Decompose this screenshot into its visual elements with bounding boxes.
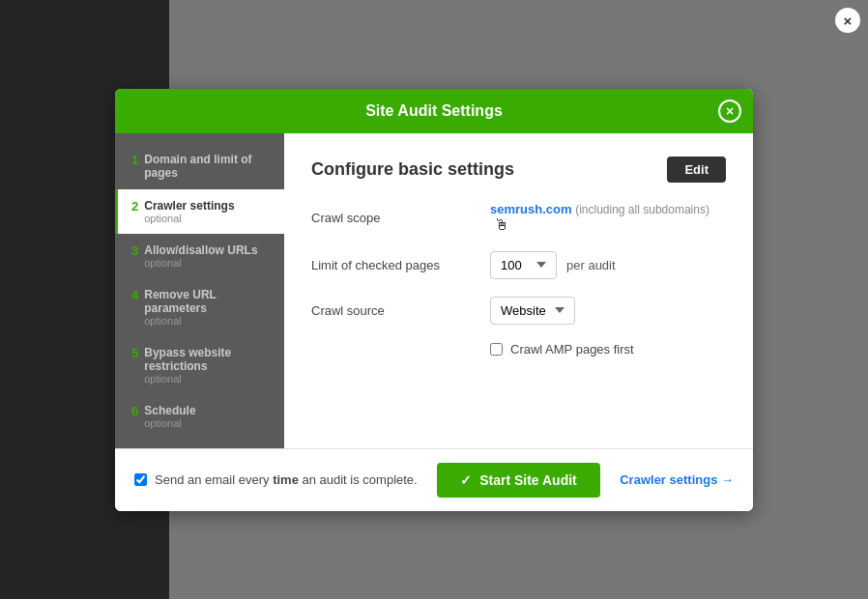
- crawl-scope-note: (including all subdomains): [575, 203, 709, 216]
- nav-sub-4: optional: [144, 315, 271, 327]
- nav-label-5: Bypass website restrictions: [144, 346, 271, 373]
- nav-number-4: 4: [131, 288, 138, 302]
- modal-right-content: Configure basic settings Edit Crawl scop…: [284, 133, 753, 448]
- nav-item-crawler[interactable]: 2 Crawler settings optional: [115, 189, 284, 234]
- nav-number-3: 3: [131, 243, 138, 258]
- crawl-amp-label[interactable]: Crawl AMP pages first: [510, 342, 634, 357]
- footer-email-section: Send an email every time an audit is com…: [134, 472, 418, 487]
- nav-item-bypass[interactable]: 5 Bypass website restrictions optional: [115, 336, 284, 394]
- nav-number-1: 1: [131, 153, 138, 167]
- nav-number-5: 5: [131, 346, 138, 360]
- nav-number-6: 6: [131, 404, 138, 418]
- nav-item-schedule[interactable]: 6 Schedule optional: [115, 394, 284, 439]
- nav-item-domain[interactable]: 1 Domain and limit of pages: [115, 143, 284, 189]
- cursor-indicator: 🖱: [494, 216, 509, 234]
- crawl-scope-label: Crawl scope: [311, 211, 490, 225]
- crawl-amp-checkbox[interactable]: [490, 343, 503, 356]
- nav-label-2: Crawler settings: [144, 199, 234, 213]
- limit-pages-select[interactable]: 100 10 50 500 1000: [490, 251, 557, 279]
- per-audit-text: per audit: [566, 258, 616, 272]
- modal-title: Site Audit Settings: [365, 102, 503, 120]
- modal-overlay: Site Audit Settings × 1 Domain and limit…: [0, 0, 868, 599]
- start-audit-button[interactable]: ✓ Start Site Audit: [437, 463, 600, 498]
- footer-email-label[interactable]: Send an email every time an audit is com…: [155, 472, 418, 487]
- crawl-scope-row: Crawl scope semrush.com (including all s…: [311, 202, 726, 234]
- crawl-source-label: Crawl source: [311, 303, 490, 318]
- edit-button[interactable]: Edit: [667, 157, 726, 183]
- modal-footer: Send an email every time an audit is com…: [115, 448, 753, 511]
- nav-sub-6: optional: [144, 417, 195, 429]
- modal-header: Site Audit Settings ×: [115, 89, 753, 133]
- nav-item-allow[interactable]: 3 Allow/disallow URLs optional: [115, 234, 284, 278]
- nav-number-2: 2: [131, 199, 138, 214]
- modal-container: Site Audit Settings × 1 Domain and limit…: [115, 89, 753, 511]
- start-audit-label: Start Site Audit: [479, 472, 577, 488]
- crawler-settings-link[interactable]: Crawler settings →: [620, 472, 734, 487]
- email-checkbox[interactable]: [134, 473, 147, 486]
- outer-close-button[interactable]: ×: [835, 8, 860, 33]
- nav-label-3: Allow/disallow URLs: [144, 243, 257, 257]
- nav-item-remove-url[interactable]: 4 Remove URL parameters optional: [115, 278, 284, 336]
- section-title-text: Configure basic settings: [311, 159, 514, 180]
- crawl-amp-row: Crawl AMP pages first: [490, 342, 726, 357]
- nav-label-1: Domain and limit of pages: [144, 153, 271, 180]
- crawl-scope-domain: semrush.com: [490, 202, 572, 216]
- modal-body: 1 Domain and limit of pages 2 Crawler se…: [115, 133, 753, 448]
- nav-sub-2: optional: [144, 213, 234, 224]
- crawl-source-select[interactable]: Website Sitemap Text file: [490, 297, 575, 325]
- nav-sub-5: optional: [144, 373, 271, 385]
- nav-sub-3: optional: [144, 257, 257, 269]
- modal-close-button[interactable]: ×: [718, 100, 741, 123]
- nav-label-6: Schedule: [144, 404, 195, 417]
- section-title-row: Configure basic settings Edit: [311, 157, 726, 183]
- limit-pages-label: Limit of checked pages: [311, 258, 490, 272]
- limit-pages-row: Limit of checked pages 100 10 50 500 100…: [311, 251, 726, 279]
- checkmark-icon: ✓: [460, 472, 472, 488]
- modal-nav: 1 Domain and limit of pages 2 Crawler se…: [115, 133, 284, 448]
- nav-label-4: Remove URL parameters: [144, 288, 271, 315]
- crawl-source-row: Crawl source Website Sitemap Text file: [311, 297, 726, 325]
- crawl-scope-value: semrush.com (including all subdomains) 🖱: [490, 202, 726, 234]
- crawler-settings-link-text: Crawler settings →: [620, 472, 734, 487]
